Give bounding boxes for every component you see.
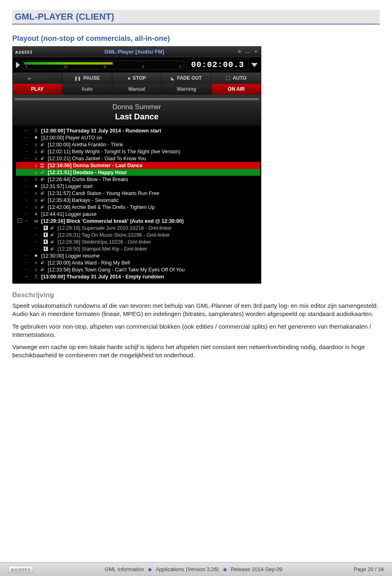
rundown-row[interactable]: ┄[12:30:00] Logger resume: [16, 252, 260, 259]
rundown-row[interactable]: ┄[12:42:06] Archie Bell & The Drells - T…: [16, 204, 260, 211]
note-icon: [33, 260, 39, 265]
status-onair[interactable]: ON AIR: [212, 84, 261, 94]
onair-icon: ON AIR: [40, 163, 45, 168]
tree-connector-icon: ┄: [25, 169, 32, 175]
rundown-row[interactable]: ┄[12:35:43] Barkays - Sexomatic: [16, 197, 260, 204]
rundown-row[interactable]: -┄[12:29:16] Block 'Commercial break' (A…: [16, 217, 260, 224]
settings-icon[interactable]: ✲: [236, 49, 242, 55]
status-warning[interactable]: Warning: [162, 84, 212, 94]
rundown-row[interactable]: ┄[12:29:50] Stampot Met Kip - Gml-linker: [16, 245, 260, 252]
spk-icon: [40, 205, 45, 210]
rundown-row[interactable]: ┄ON AIR[12:16:56] Donna Summer - Last Da…: [16, 162, 260, 169]
minimize-icon[interactable]: —: [245, 49, 250, 55]
footer-logo: ᴀᴜᴅɪsɪ: [8, 566, 33, 573]
tree-expander-icon[interactable]: -: [18, 218, 22, 223]
spk-icon: [40, 142, 45, 147]
rundown-row[interactable]: ┄[12:30:00] Anita Ward - Ring My Bell: [16, 259, 260, 266]
rundown-row-text: [12:16:56] Donna Summer - Last Dance: [48, 163, 143, 168]
spk-icon: [40, 177, 45, 182]
tree-connector-icon: ┄: [25, 141, 32, 148]
auto-button[interactable]: ⛶AUTO: [212, 73, 261, 83]
now-playing-track: Last Dance: [13, 112, 261, 121]
note-icon: [33, 205, 39, 210]
tree-connector-icon: ┄: [25, 162, 32, 168]
status-play[interactable]: PLAY: [13, 84, 62, 94]
rundown-row-text: [12:29:16] Supersale Juni 2010.10218 - G…: [58, 225, 172, 231]
now-playing-panel: Donna Summer Last Dance: [13, 94, 261, 126]
stop-button[interactable]: ■STOP: [112, 73, 162, 83]
rundown-row-text: [12:21:51] Deodato - Happy Hour: [48, 170, 127, 175]
rundown-row[interactable]: ┄[12:44:41] Logger pause: [16, 211, 260, 217]
rundown-row[interactable]: ┄[12:31:57] Candi Staton - Young Hearts …: [16, 190, 260, 197]
note-icon: [33, 170, 39, 175]
body-paragraph: Vanwege een cache op een lokale harde sc…: [12, 343, 380, 360]
note-icon: [33, 198, 39, 203]
tree-connector-icon: ┄: [25, 273, 32, 280]
spk-icon: [49, 240, 55, 244]
tree-connector-icon: ┄: [25, 176, 32, 182]
tree-connector-icon: ┄: [35, 246, 42, 252]
rundown-row[interactable]: ┄[12:29:31] Tag On Music Store.10296 - G…: [16, 231, 260, 238]
rundown-row[interactable]: ┄[12:21:51] Deodato - Happy Hour: [16, 169, 260, 176]
note-icon: [33, 142, 39, 147]
tree-connector-icon: ┄: [25, 204, 32, 210]
tree-connector-icon: ┄: [25, 148, 32, 155]
rundown-row-text: [12:30:00] Anita Ward - Ring My Bell: [48, 260, 130, 266]
tree-connector-icon: ┄: [25, 190, 32, 196]
play-button[interactable]: ▶PLAY: [13, 73, 62, 83]
meter-tick: -3: [141, 65, 144, 69]
doc-subtitle: Playout (non-stop of commercials, all-in…: [12, 34, 380, 43]
rundown-row[interactable]: ┄[12:00:00] Thursday 31 July 2014 - Rund…: [16, 127, 260, 134]
footer-center: GML Information ◆ Applications (Version …: [33, 566, 354, 572]
rundown-row-text: [12:29:50] Stampot Met Kip - Gml-linker: [58, 246, 147, 252]
rundown-row-text: [12:29:31] Tag On Music Store.10296 - Gm…: [58, 232, 170, 238]
status-auto[interactable]: Auto: [62, 84, 112, 94]
dropdown-triangle-icon[interactable]: [251, 63, 258, 67]
rundown-row[interactable]: ┄[12:29:36] Stedentrips.10226 - Gml-link…: [16, 238, 260, 245]
titlebar: ᴀᴜᴅɪsɪ GML-Player [Audisi FM] ✲ — ✕: [13, 47, 261, 57]
note-icon: [33, 267, 39, 272]
euro-icon: [43, 240, 49, 244]
tree-connector-icon: ┄: [25, 134, 32, 141]
rundown-row[interactable]: ┄[13:00:00] Thursday 31 July 2014 - Empt…: [16, 273, 260, 280]
rundown-row-text: [12:29:16] Block 'Commercial break' (Aut…: [41, 218, 184, 224]
play-triangle-icon[interactable]: [16, 62, 20, 68]
doc-title: GML-PLAYER (CLIENT): [12, 10, 380, 25]
bang-icon: [33, 274, 39, 279]
tree-connector-icon: ┄: [35, 232, 42, 238]
note-icon: [33, 156, 39, 161]
tree-connector-icon: ┄: [25, 197, 32, 203]
rundown-row-text: [12:31:57] Logger start: [41, 184, 93, 189]
window-title: GML-Player [Audisi FM]: [35, 49, 234, 55]
progress-bar[interactable]: [14, 98, 259, 101]
rundown-row[interactable]: ┄[12:02:11] Betty Wright - Tonight Is Th…: [16, 148, 260, 155]
rundown-row-text: [12:35:43] Barkays - Sexomatic: [48, 197, 119, 203]
pause-button[interactable]: ❚❚PAUSE: [62, 73, 112, 83]
spk-icon: [40, 191, 45, 196]
rundown-list: ┄[12:00:00] Thursday 31 July 2014 - Rund…: [13, 126, 261, 283]
meter-tick: -15: [62, 65, 68, 69]
rundown-row-text: [12:00:00] Player AUTO on: [41, 135, 102, 141]
note-icon: [33, 177, 39, 182]
spk-icon: [49, 233, 55, 238]
tree-connector-icon: ┄: [25, 183, 32, 189]
close-icon[interactable]: ✕: [253, 49, 258, 55]
fadeout-button[interactable]: ◣FADE OUT: [162, 73, 212, 83]
spk-icon: [49, 247, 55, 251]
tree-connector-icon: ┄: [25, 211, 32, 217]
section-heading: Beschrijving: [12, 291, 380, 299]
rundown-row[interactable]: ┄[12:10:21] Chas Jankel - Glad To Know Y…: [16, 155, 260, 162]
rundown-row[interactable]: ┄[12:29:16] Supersale Juni 2010.10218 - …: [16, 224, 260, 231]
rundown-row[interactable]: ┄[12:26:44] Curtis Blow - The Breaks: [16, 176, 260, 183]
rundown-row[interactable]: ┄[12:31:57] Logger start: [16, 183, 260, 190]
tree-connector-icon: ┄: [25, 253, 32, 259]
player-window: ᴀᴜᴅɪsɪ GML-Player [Audisi FM] ✲ — ✕ 0 -1…: [12, 46, 261, 284]
rundown-row[interactable]: ┄[12:33:58] Boys Town Gang - Can't Take …: [16, 266, 260, 273]
now-playing-artist: Donna Summer: [13, 103, 261, 111]
rundown-row[interactable]: ┄[12:00:00] Aretha Franklin - Think: [16, 141, 260, 148]
rundown-row-text: [12:30:00] Logger resume: [41, 253, 100, 259]
note-icon: [33, 191, 39, 196]
rundown-row[interactable]: ┄[12:00:00] Player AUTO on: [16, 134, 260, 141]
block-icon: [33, 219, 39, 224]
status-manual[interactable]: Manual: [112, 84, 162, 94]
